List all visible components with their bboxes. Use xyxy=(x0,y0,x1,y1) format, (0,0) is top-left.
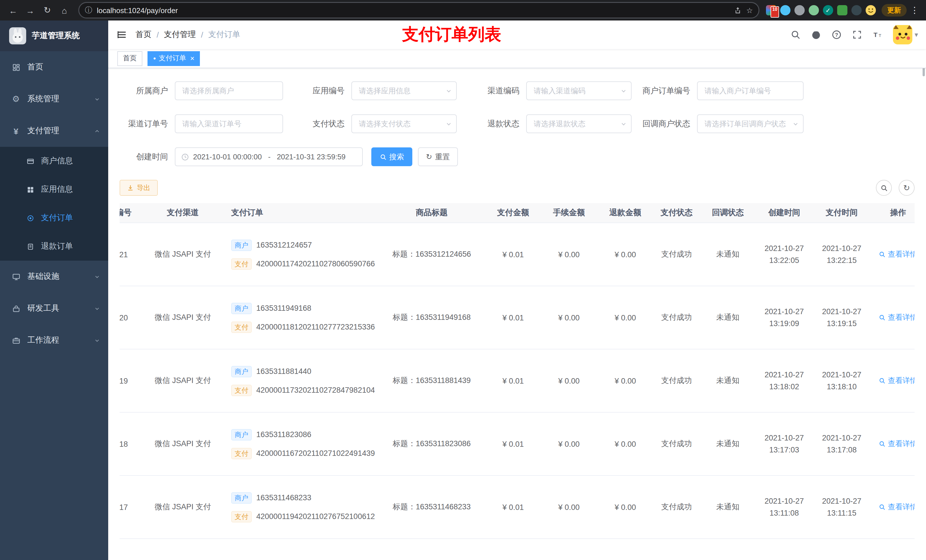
sidebar-toggle-icon[interactable] xyxy=(108,30,136,40)
app-logo[interactable]: 芋道管理系统 xyxy=(0,21,108,51)
sidebar-item-payment[interactable]: ¥ 支付管理 xyxy=(0,115,108,147)
extension-icon[interactable]: 10 xyxy=(766,5,776,15)
sidebar-item-system[interactable]: ⚙ 系统管理 xyxy=(0,83,108,115)
user-avatar-menu[interactable]: ▾ xyxy=(893,25,918,44)
merchant-select[interactable] xyxy=(175,82,283,100)
cell-fee-amount: ¥ 0.00 xyxy=(539,413,599,475)
close-icon[interactable]: × xyxy=(190,54,195,63)
screen: ← → ↻ ⌂ ⓘ localhost:1024/pay/order ☆ 10 … xyxy=(0,0,926,560)
sidebar-item-workflow[interactable]: 工作流程 xyxy=(0,325,108,356)
site-info-icon[interactable]: ⓘ xyxy=(85,5,92,15)
share-icon[interactable] xyxy=(734,6,742,14)
tag-pay-order[interactable]: ● 支付订单 × xyxy=(147,51,200,66)
breadcrumb-payment[interactable]: 支付管理 xyxy=(164,30,196,40)
date-start: 2021-10-01 00:00:00 xyxy=(193,152,262,161)
cell-subject: 标题：1635311823086 xyxy=(376,413,487,475)
sidebar-item-refund-order[interactable]: 退款订单 xyxy=(0,232,108,261)
sidebar-item-infrastructure[interactable]: 基础设施 xyxy=(0,261,108,293)
col-header-order: 支付订单 xyxy=(225,203,376,222)
sidebar-item-label: 基础设施 xyxy=(27,272,59,282)
search-button[interactable]: 搜索 xyxy=(371,147,412,166)
address-bar[interactable]: ⓘ localhost:1024/pay/order ☆ xyxy=(79,2,759,18)
url-text[interactable]: localhost:1024/pay/order xyxy=(97,6,730,15)
fullscreen-icon[interactable] xyxy=(849,26,865,43)
export-button[interactable]: 导出 xyxy=(120,180,158,196)
chevron-down-icon xyxy=(94,337,100,343)
refresh-icon: ↻ xyxy=(903,184,910,192)
toggle-search-button[interactable] xyxy=(876,180,892,196)
font-size-icon[interactable]: TT xyxy=(869,26,886,43)
search-icon[interactable] xyxy=(787,26,804,43)
download-icon xyxy=(127,184,134,191)
view-detail-link[interactable]: 查看详情 xyxy=(879,312,915,323)
tag-label: 首页 xyxy=(123,53,137,63)
create-time-range-picker[interactable]: 2021-10-01 00:00:00 - 2021-10-31 23:59:5… xyxy=(175,147,363,166)
sidebar-item-app-info[interactable]: 应用信息 xyxy=(0,175,108,204)
tag-home[interactable]: 首页 xyxy=(117,51,142,66)
extension-icon[interactable] xyxy=(794,5,805,15)
chevron-down-icon xyxy=(94,96,100,102)
bookmark-star-icon[interactable]: ☆ xyxy=(746,6,753,15)
col-header-refund: 退款金额 xyxy=(599,203,652,222)
home-icon[interactable]: ⌂ xyxy=(57,3,72,18)
notify-status-select[interactable] xyxy=(697,115,803,133)
extension-icon[interactable] xyxy=(865,5,876,15)
cell-pay-status: 支付成功 xyxy=(652,286,702,349)
app-select[interactable] xyxy=(351,82,457,100)
col-header-channel: 支付渠道 xyxy=(140,203,225,222)
col-header-pay-status: 支付状态 xyxy=(652,203,702,222)
extension-icon[interactable] xyxy=(780,5,790,15)
extension-icon[interactable] xyxy=(809,5,819,15)
briefcase-icon xyxy=(11,336,21,345)
refund-status-select[interactable] xyxy=(526,115,632,133)
filter-label-create-time: 创建时间 xyxy=(120,152,168,162)
browser-menu-icon[interactable]: ⋮ xyxy=(909,5,920,15)
sidebar-item-home[interactable]: 首页 xyxy=(0,51,108,83)
cell-order: 商户1635311468233 支付4200001194202110276752… xyxy=(225,476,376,538)
col-header-create-time: 创建时间 xyxy=(754,203,814,222)
reset-button[interactable]: ↻ 重置 xyxy=(418,147,458,166)
refresh-table-button[interactable]: ↻ xyxy=(899,180,915,196)
merchant-order-no: 1635311468233 xyxy=(256,494,311,502)
content: 所属商户 应用编号 渠道编码 商户订单编号 xyxy=(108,68,926,560)
cell-channel: 微信 JSAPI 支付 xyxy=(140,349,225,412)
cell-id: 18 xyxy=(120,413,140,475)
app-title: 芋道管理系统 xyxy=(32,31,80,41)
pay-status-select[interactable] xyxy=(351,115,457,133)
merchant-order-no-input[interactable] xyxy=(697,82,803,100)
cell-pay-amount: ¥ 0.01 xyxy=(487,413,539,475)
cell-notify-status: 未通知 xyxy=(702,476,754,538)
help-icon[interactable]: ? xyxy=(828,26,845,43)
breadcrumb-home[interactable]: 首页 xyxy=(136,30,151,40)
view-detail-link[interactable]: 查看详情 xyxy=(879,376,915,386)
breadcrumb-current: 支付订单 xyxy=(209,30,240,40)
sidebar-item-pay-order[interactable]: 支付订单 xyxy=(0,204,108,232)
channel-order-no-input[interactable] xyxy=(175,115,283,133)
cell-order: 商户1635311949168 支付4200001181202110277723… xyxy=(225,286,376,349)
sidebar-item-dev-tools[interactable]: 研发工具 xyxy=(0,293,108,325)
extension-icon[interactable] xyxy=(837,5,847,15)
view-detail-link[interactable]: 查看详情 xyxy=(879,439,915,449)
forward-icon[interactable]: → xyxy=(23,3,38,18)
cell-pay-amount: ¥ 0.01 xyxy=(487,476,539,538)
search-icon xyxy=(879,441,885,447)
merchant-badge: 商户 xyxy=(231,302,252,314)
sidebar-item-label: 商户信息 xyxy=(41,156,73,166)
back-icon[interactable]: ← xyxy=(6,3,21,18)
view-detail-link[interactable]: 查看详情 xyxy=(879,502,915,512)
date-separator: - xyxy=(266,152,273,161)
svg-text:T: T xyxy=(874,31,878,38)
sidebar-item-merchant-info[interactable]: 商户信息 xyxy=(0,147,108,175)
cell-subject: 标题：1635311949168 xyxy=(376,286,487,349)
view-detail-link[interactable]: 查看详情 xyxy=(879,249,915,260)
col-header-fee: 手续金额 xyxy=(539,203,599,222)
extension-icon[interactable]: ✓ xyxy=(823,5,833,15)
browser-update-button[interactable]: 更新 xyxy=(882,4,906,17)
cell-pay-time: 2021-10-2713:11:15 xyxy=(814,476,869,538)
cell-pay-time: 2021-10-2713:19:15 xyxy=(814,286,869,349)
github-icon[interactable] xyxy=(808,26,825,43)
channel-code-select[interactable] xyxy=(526,82,632,100)
reload-icon[interactable]: ↻ xyxy=(40,3,54,18)
export-button-label: 导出 xyxy=(137,183,150,193)
extension-icon[interactable] xyxy=(851,5,862,15)
